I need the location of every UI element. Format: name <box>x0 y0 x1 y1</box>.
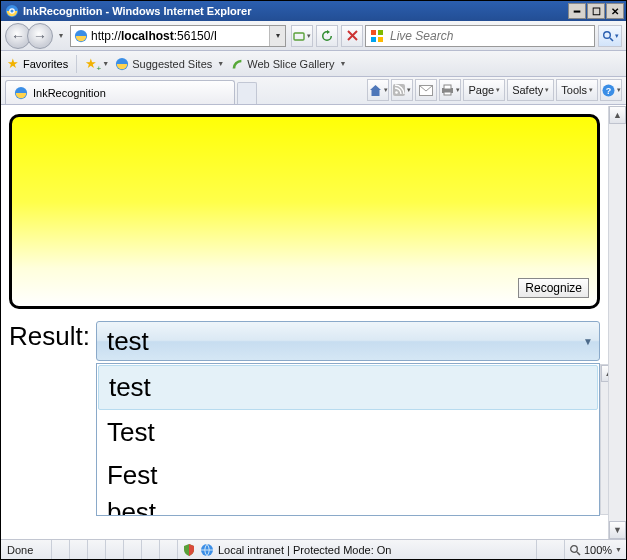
bing-flag-icon <box>369 28 385 44</box>
chevron-down-icon: ▼ <box>217 60 224 67</box>
combo-value: test <box>107 326 149 357</box>
star-icon: ★ <box>7 56 19 71</box>
status-bar: Done Local intranet | Protected Mode: On… <box>1 539 626 559</box>
chevron-down-icon: ▼ <box>583 336 593 347</box>
ie-icon <box>115 57 129 71</box>
dropdown-item[interactable]: best <box>97 497 599 515</box>
add-favorite-button[interactable]: ★+ ▼ <box>85 56 109 71</box>
tools-menu[interactable]: Tools <box>556 79 598 101</box>
page-viewport: Recognize Result: test ▼ test Test Fest … <box>1 106 608 539</box>
svg-text:?: ? <box>605 86 611 96</box>
dropdown-item[interactable]: Fest <box>97 454 599 497</box>
forward-button[interactable]: → <box>27 23 53 49</box>
svg-rect-4 <box>294 33 304 40</box>
window-title: InkRecognition - Windows Internet Explor… <box>23 5 567 17</box>
svg-rect-8 <box>378 37 383 42</box>
page-menu-label: Page <box>468 84 494 96</box>
chevron-down-icon: ▼ <box>339 60 346 67</box>
refresh-icon <box>321 30 333 42</box>
window-buttons: ━ ☐ ✕ <box>567 3 624 19</box>
nav-history-dropdown[interactable]: ▾ <box>56 31 66 40</box>
print-button[interactable] <box>439 79 461 101</box>
add-star-icon: ★+ <box>85 56 97 71</box>
search-box[interactable] <box>365 25 595 47</box>
chevron-down-icon: ▼ <box>102 60 109 67</box>
dropdown-item[interactable]: test <box>98 365 598 410</box>
page-scrollbar[interactable]: ▲ ▼ <box>608 106 626 539</box>
status-spacer <box>51 540 177 559</box>
intranet-icon <box>200 543 214 557</box>
scroll-track[interactable] <box>609 124 626 521</box>
security-zone[interactable]: Local intranet | Protected Mode: On <box>177 540 395 559</box>
favorites-button[interactable]: ★ Favorites <box>7 56 68 71</box>
svg-rect-7 <box>371 37 376 42</box>
ink-canvas[interactable]: Recognize <box>9 114 600 309</box>
stop-icon <box>347 30 358 41</box>
compat-view-button[interactable] <box>291 25 313 47</box>
safety-menu-label: Safety <box>512 84 543 96</box>
zone-label: Local intranet | Protected Mode: On <box>218 544 391 556</box>
page-menu[interactable]: Page <box>463 79 505 101</box>
home-icon <box>369 84 382 97</box>
mail-button[interactable] <box>415 79 437 101</box>
help-button[interactable]: ? <box>600 79 622 101</box>
window-titlebar: InkRecognition - Windows Internet Explor… <box>1 1 626 21</box>
svg-point-9 <box>603 31 610 38</box>
dropdown-scrollbar[interactable]: ▲ <box>600 364 608 515</box>
printer-icon <box>441 84 454 96</box>
scroll-up-button[interactable]: ▲ <box>609 106 626 124</box>
new-tab-button[interactable] <box>237 82 257 104</box>
chevron-down-icon: ▼ <box>615 546 622 553</box>
help-icon: ? <box>602 84 615 97</box>
nav-toolbar: ← → ▾ http://localhost:56150/I ▾ <box>1 21 626 51</box>
separator <box>76 55 77 73</box>
search-input[interactable] <box>388 27 594 45</box>
scroll-up-button[interactable]: ▲ <box>601 365 608 382</box>
compat-icon <box>293 30 305 42</box>
status-segment <box>536 540 564 559</box>
page-icon <box>74 29 88 43</box>
svg-point-21 <box>571 545 578 552</box>
feeds-button[interactable] <box>391 79 413 101</box>
address-text[interactable]: http://localhost:56150/I <box>91 29 269 43</box>
tools-menu-label: Tools <box>561 84 587 96</box>
tab-title: InkRecognition <box>33 87 106 99</box>
zoom-icon <box>569 544 581 556</box>
svg-rect-5 <box>371 30 376 35</box>
result-label: Result: <box>9 321 90 352</box>
tab-inkrecognition[interactable]: InkRecognition <box>5 80 235 104</box>
scroll-down-button[interactable]: ▼ <box>609 521 626 539</box>
svg-point-13 <box>396 91 399 94</box>
zoom-control[interactable]: 100% ▼ <box>564 540 626 559</box>
favorites-bar: ★ Favorites ★+ ▼ Suggested Sites ▼ Web S… <box>1 51 626 77</box>
mail-icon <box>419 85 433 96</box>
command-bar: Page Safety Tools ? <box>366 76 626 104</box>
safety-menu[interactable]: Safety <box>507 79 554 101</box>
recognize-button[interactable]: Recognize <box>518 278 589 298</box>
svg-rect-17 <box>444 92 451 95</box>
address-bar[interactable]: http://localhost:56150/I ▾ <box>70 25 286 47</box>
ie-icon <box>14 86 28 100</box>
search-icon <box>602 30 614 42</box>
close-button[interactable]: ✕ <box>606 3 624 19</box>
stop-button[interactable] <box>341 25 363 47</box>
result-combobox[interactable]: test ▼ <box>96 321 600 361</box>
search-go-button[interactable] <box>598 25 622 47</box>
result-dropdown: test Test Fest best ▲ <box>96 363 600 516</box>
refresh-button[interactable] <box>316 25 338 47</box>
maximize-button[interactable]: ☐ <box>587 3 605 19</box>
webslice-icon <box>230 57 244 71</box>
svg-point-2 <box>10 9 13 12</box>
address-history-dropdown[interactable]: ▾ <box>269 26 285 46</box>
dropdown-item[interactable]: Test <box>97 411 599 454</box>
web-slice-link[interactable]: Web Slice Gallery ▼ <box>230 57 346 71</box>
suggested-sites-link[interactable]: Suggested Sites ▼ <box>115 57 224 71</box>
minimize-button[interactable]: ━ <box>568 3 586 19</box>
zoom-level: 100% <box>584 544 612 556</box>
home-button[interactable] <box>367 79 389 101</box>
rss-icon <box>393 84 405 96</box>
svg-rect-6 <box>378 30 383 35</box>
favorites-label: Favorites <box>23 58 68 70</box>
shield-icon <box>182 543 196 557</box>
svg-rect-16 <box>444 85 451 89</box>
